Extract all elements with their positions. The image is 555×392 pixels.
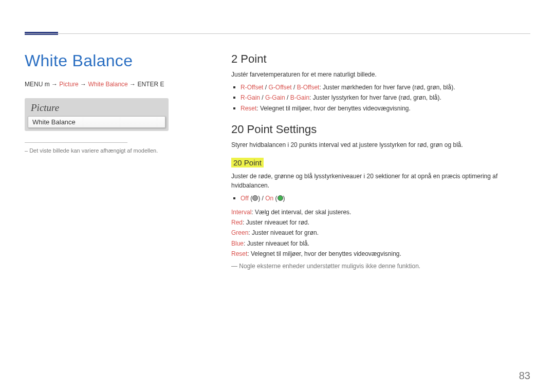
content-columns: White Balance MENU m → Picture → White B… [25, 15, 530, 270]
radio-off-icon [252, 195, 258, 201]
label-reset-20pt: Reset [231, 250, 247, 257]
off-on-line: Off () / On () [240, 193, 530, 203]
picture-box-whitebalance-row: White Balance [28, 116, 165, 128]
line-red: Red: Juster niveauet for rød. [231, 217, 530, 228]
section-2point-bullets: R-Offset / G-Offset / B-Offset: Juster m… [231, 82, 530, 114]
label-blue: Blue [231, 240, 244, 247]
line-interval: Interval: Vælg det interval, der skal ju… [231, 207, 530, 217]
label-b-gain: B-Gain [290, 94, 309, 101]
subheading-20point: 20 Point [231, 158, 264, 167]
menu-path-arrow: → [79, 81, 88, 88]
document-page: White Balance MENU m → Picture → White B… [0, 0, 555, 392]
label-red: Red [231, 219, 243, 226]
menu-path-prefix: MENU m → [25, 81, 59, 88]
label-green: Green [231, 229, 248, 236]
label-on: On [265, 195, 273, 202]
section-20point-heading: 20 Point Settings [231, 123, 530, 136]
menu-path-enter: ENTER E [137, 81, 164, 88]
page-title: White Balance [25, 51, 215, 70]
bullet-offset-text: : Juster mørkheden for hver farve (rød, … [319, 84, 455, 91]
right-column: 2 Point Justér farvetemperaturen for et … [231, 51, 530, 270]
line-green: Green: Juster niveauet for grøn. [231, 228, 530, 238]
bullet-offset: R-Offset / G-Offset / B-Offset: Juster m… [240, 82, 530, 92]
menu-path: MENU m → Picture → White Balance → ENTER… [25, 81, 215, 88]
menu-path-arrow: → [128, 81, 138, 88]
model-note: – Det viste billede kan variere afhængig… [25, 147, 215, 155]
picture-box-title: Picture [28, 102, 165, 116]
section-2point-intro: Justér farvetemperaturen for et mere nat… [231, 70, 530, 79]
bullet-reset-2pt: Reset: Velegnet til miljøer, hvor der be… [240, 103, 530, 114]
external-device-note: Nogle eksterne enheder understøtter muli… [231, 263, 530, 270]
label-off: Off [240, 195, 249, 202]
label-r-gain: R-Gain [240, 94, 260, 101]
label-r-offset: R-Offset [240, 84, 263, 91]
label-reset: Reset [240, 105, 256, 112]
bullet-gain-text: : Juster lysstyrken for hver farve (rød,… [309, 94, 441, 101]
menu-path-picture: Picture [59, 81, 78, 88]
section-20point-intro: Styrer hvidbalancen i 20 punkts interval… [231, 140, 530, 150]
menu-path-whitebalance: White Balance [88, 81, 127, 88]
line-blue: Blue: Juster niveauet for blå. [231, 238, 530, 249]
label-interval: Interval [231, 209, 251, 216]
label-b-offset: B-Offset [297, 84, 320, 91]
section-2point-heading: 2 Point [231, 52, 530, 66]
label-g-gain: G-Gain [265, 94, 285, 101]
label-g-offset: G-Offset [268, 84, 291, 91]
bullet-gain: R-Gain / G-Gain / B-Gain: Juster lysstyr… [240, 92, 530, 103]
bullet-reset-text: : Velegnet til miljøer, hvor der benytte… [256, 105, 410, 112]
page-number: 83 [519, 370, 530, 382]
note-divider [25, 142, 127, 143]
picture-menu-box: Picture White Balance [25, 98, 169, 131]
section-20point-desc: Juster de røde, grønne og blå lysstyrken… [231, 172, 530, 190]
radio-on-icon [278, 195, 283, 201]
off-on-bullet: Off () / On () [231, 193, 530, 203]
top-divider [25, 33, 530, 34]
line-reset: Reset: Velegnet til miljøer, hvor der be… [231, 249, 530, 259]
left-column: White Balance MENU m → Picture → White B… [25, 51, 215, 270]
